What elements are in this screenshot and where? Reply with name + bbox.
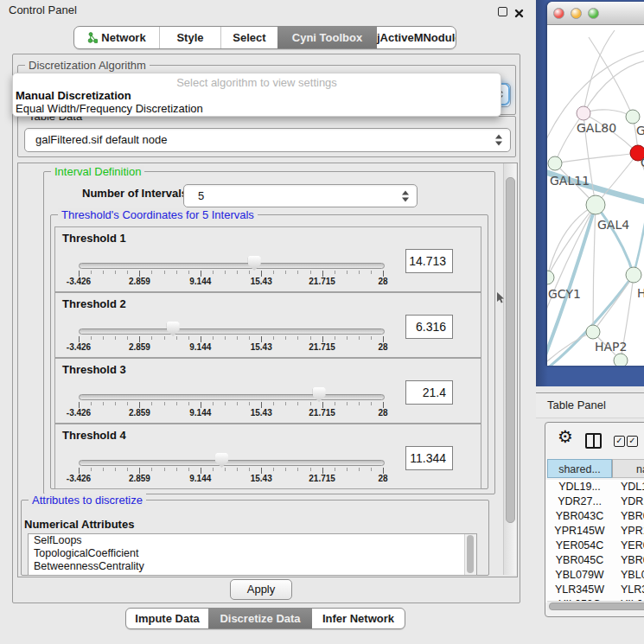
vertical-scrollbar[interactable]: [503, 163, 516, 575]
threshold-value-input[interactable]: [405, 446, 453, 470]
network-node-node[interactable]: [614, 354, 628, 366]
table-row[interactable]: YDL19...YDL1: [545, 480, 644, 494]
tab-cyni-toolbox[interactable]: Cyni Toolbox: [277, 27, 377, 48]
checkbox-icon[interactable]: ✓: [614, 436, 625, 447]
threshold-panel-2: Threshold 2 -3.4262.8599.14415.4321.7152…: [54, 292, 481, 358]
traffic-light-minimize-icon[interactable]: [571, 8, 582, 19]
tick-label: 28: [357, 474, 409, 483]
cell-shared-name: YDR27...: [547, 494, 612, 509]
table-row[interactable]: YPR145WYPR1: [545, 524, 644, 539]
network-edge: [547, 205, 596, 277]
slider-tick: [310, 336, 311, 340]
tab-network[interactable]: Network: [74, 27, 159, 48]
slider-track[interactable]: [79, 394, 385, 400]
network-node-H[interactable]: [626, 267, 641, 283]
column-split-icon[interactable]: [585, 433, 602, 449]
slider-track[interactable]: [79, 263, 385, 269]
attribute-item[interactable]: BetweennessCentrality: [29, 560, 476, 573]
cell-name: YLR3: [612, 583, 644, 597]
scrollbar-thumb[interactable]: [506, 177, 515, 523]
slider-tick: [335, 402, 335, 405]
slider-tick: [127, 271, 128, 274]
slider-tick: [164, 336, 165, 340]
number-of-intervals-combobox[interactable]: 5: [183, 184, 418, 207]
column-header-name[interactable]: na: [612, 459, 644, 478]
tick-label: 28: [357, 277, 409, 286]
slider-tick: [297, 468, 298, 471]
threshold-value-input[interactable]: [405, 249, 453, 273]
dropdown-hint: Select algorithm to view settings: [13, 73, 501, 89]
threshold-value-input[interactable]: [405, 315, 453, 339]
traffic-light-close-icon[interactable]: [553, 8, 564, 19]
settings-gear-icon[interactable]: ⚙: [558, 428, 573, 445]
table-row[interactable]: YBL079WYBL0: [545, 568, 644, 583]
threshold-panel-3: Threshold 3 -3.4262.8599.14415.4321.7152…: [54, 358, 481, 424]
list-scrollbar[interactable]: [464, 534, 476, 575]
tab-jactivemnodules[interactable]: jActiveMNodules: [377, 27, 456, 48]
horizontal-scrollbar[interactable]: [547, 601, 644, 610]
network-node-GAL11[interactable]: [548, 156, 562, 170]
cell-name: YER0: [612, 539, 644, 553]
table-row[interactable]: YBR043CYBR0: [545, 509, 644, 524]
attribute-item[interactable]: TopologicalCoefficient: [29, 547, 476, 560]
tab-discretize-data[interactable]: Discretize Data: [208, 609, 312, 628]
slider-tick: [164, 468, 165, 471]
slider-tick: [115, 336, 116, 340]
table-rows: YDL19...YDL1YDR27...YDR2YBR043CYBR0YPR14…: [545, 480, 644, 603]
table-data-combobox[interactable]: galFiltered.sif default node: [24, 128, 511, 152]
cell-shared-name: YDL19...: [547, 480, 612, 494]
slider-tick: [335, 271, 335, 274]
slider-tick: [310, 468, 311, 471]
slider-tick: [91, 468, 92, 471]
slider-tick: [213, 402, 214, 405]
network-tab-icon: [87, 29, 98, 49]
slider-tick: [335, 468, 335, 471]
network-node-HAP2[interactable]: [586, 325, 600, 339]
dropdown-option-manual-discretization[interactable]: Manual Discretization: [13, 89, 501, 102]
slider-tick: [249, 468, 250, 471]
table-row[interactable]: YLR345WYLR3: [545, 583, 644, 597]
slider-tick: [103, 336, 104, 340]
node-label: C: [641, 156, 644, 169]
column-header-shared-name[interactable]: shared...: [547, 459, 612, 478]
close-icon[interactable]: [514, 6, 524, 16]
dropdown-option-equal-width-frequency[interactable]: Equal Width/Frequency Discretization: [13, 102, 501, 115]
table-row[interactable]: YER054CYER0: [545, 539, 644, 553]
network-node-GCY1[interactable]: [547, 271, 554, 284]
top-tab-bar: Network Style Select Cyni Toolbox jActiv…: [73, 26, 456, 49]
tab-select[interactable]: Select: [220, 27, 277, 48]
network-node-GAL80[interactable]: [577, 106, 590, 120]
slider-tick: [188, 402, 189, 405]
slider-tick: [139, 468, 140, 474]
network-node-GA[interactable]: [626, 110, 640, 124]
slider-tick: [91, 271, 92, 274]
slider-tick: [225, 336, 226, 340]
attribute-item[interactable]: SelfLoops: [29, 534, 476, 547]
thresholds-legend: Threshold's Coordinates for 5 Intervals: [58, 208, 258, 221]
network-node-GAL4[interactable]: [586, 195, 605, 214]
slider-tick: [383, 402, 384, 408]
slider-track[interactable]: [79, 328, 385, 335]
tick-label: 2.859: [113, 277, 165, 286]
traffic-light-zoom-icon[interactable]: [588, 8, 599, 19]
threshold-value-input[interactable]: [405, 380, 453, 405]
checkbox-icon[interactable]: ✓: [627, 436, 638, 447]
table-row[interactable]: YBR045CYBR0: [545, 553, 644, 568]
tab-style[interactable]: Style: [159, 27, 220, 48]
float-window-icon[interactable]: [498, 7, 507, 16]
slider-tick: [237, 468, 238, 471]
scrollbar-thumb[interactable]: [467, 535, 474, 573]
slider-track[interactable]: [79, 460, 385, 466]
tab-impute-data[interactable]: Impute Data: [126, 609, 208, 628]
node-label: GA: [636, 124, 644, 137]
slider-tick: [261, 402, 262, 408]
network-canvas[interactable]: GAL80GACGAL11GAL4GCY1HHAP2: [547, 25, 644, 366]
scrollbar-thumb[interactable]: [549, 603, 644, 610]
apply-button[interactable]: Apply: [230, 579, 292, 600]
network-window-titlebar[interactable]: [547, 2, 644, 25]
table-row[interactable]: YDR27...YDR2: [545, 494, 644, 509]
tab-infer-network[interactable]: Infer Network: [312, 609, 405, 628]
network-edge: [593, 205, 596, 332]
slider-tick: [249, 271, 250, 274]
slider-tick: [151, 468, 152, 471]
